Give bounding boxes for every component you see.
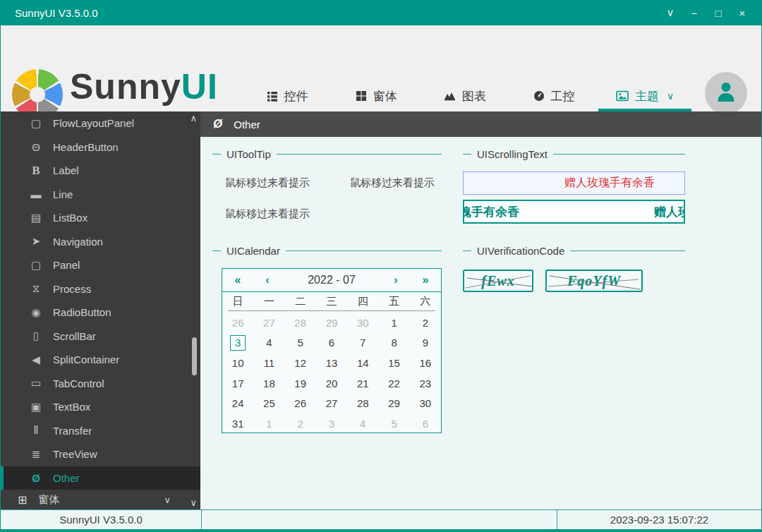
- calendar-day[interactable]: 31: [222, 413, 253, 434]
- calendar-day[interactable]: 10: [222, 353, 253, 373]
- sidebar-item-label: SplitContainer: [53, 353, 119, 365]
- calendar-day[interactable]: 18: [253, 373, 284, 394]
- sidebar-item-flowlayoutpanel[interactable]: ▢FlowLayoutPanel: [1, 111, 200, 135]
- sidebar-item-navigation[interactable]: ➤Navigation: [1, 230, 200, 254]
- prev-month-icon[interactable]: ‹: [253, 274, 282, 286]
- calendar-day[interactable]: 19: [285, 373, 316, 394]
- calendar-day[interactable]: 15: [378, 353, 409, 373]
- calendar-day[interactable]: 25: [253, 393, 284, 413]
- calendar-day[interactable]: 5: [285, 333, 316, 353]
- calendar-day[interactable]: 26: [285, 393, 316, 413]
- calendar-day[interactable]: 27: [253, 313, 284, 333]
- calendar-weekday: 五: [378, 295, 409, 308]
- calendar-day[interactable]: 16: [410, 353, 441, 373]
- sidebar-item-label: ListBox: [53, 212, 87, 224]
- sidebar-footer-forms[interactable]: ⊞ 窗体 ∨: [1, 490, 200, 509]
- flow-layout-panel-icon: ▢: [29, 117, 43, 130]
- calendar-day[interactable]: 13: [316, 353, 347, 373]
- close-icon[interactable]: ×: [733, 4, 751, 22]
- calendar-day[interactable]: 9: [410, 333, 441, 353]
- sidebar-item-label: TreeView: [53, 448, 97, 460]
- calendar-day[interactable]: 12: [285, 353, 316, 373]
- tab-forms[interactable]: 窗体: [332, 80, 421, 111]
- app-window: SunnyUI V3.5.0.0 ∨ − □ × SunnyUI 控件 窗体: [0, 0, 762, 532]
- captcha-noise-lines: [547, 271, 643, 292]
- sidebar-item-transfer[interactable]: ⅡTransfer: [1, 419, 200, 443]
- sidebar-item-textbox[interactable]: ▣TextBox: [1, 395, 200, 419]
- tooltip-label-3[interactable]: 鼠标移过来看提示: [225, 207, 310, 221]
- title-bar[interactable]: SunnyUI V3.5.0.0 ∨ − □ ×: [1, 0, 761, 25]
- calendar-day[interactable]: 8: [378, 333, 409, 353]
- scroll-up-icon[interactable]: ∧: [190, 113, 197, 123]
- sidebar-item-splitcontainer[interactable]: ◀SplitContainer: [1, 348, 200, 372]
- calendar-day[interactable]: 2: [410, 313, 441, 333]
- calendar-day[interactable]: 23: [410, 373, 441, 394]
- calendar-day[interactable]: 7: [347, 333, 378, 353]
- maximize-icon[interactable]: □: [709, 4, 727, 22]
- sidebar-item-label[interactable]: BLabel: [1, 159, 200, 183]
- tab-control-icon: ▭: [29, 377, 43, 389]
- avatar[interactable]: [705, 72, 747, 114]
- calendar-day[interactable]: 22: [378, 373, 409, 394]
- calendar-day[interactable]: 28: [285, 313, 316, 333]
- windows-icon: ⊞: [18, 493, 27, 507]
- sidebar-item-label: Navigation: [53, 236, 103, 248]
- image-icon: [616, 90, 629, 102]
- calendar-day[interactable]: 11: [253, 353, 284, 373]
- verification-code-2[interactable]: FqoYfW: [545, 270, 643, 292]
- sidebar-item-listbox[interactable]: ▤ListBox: [1, 206, 200, 230]
- calendar-day[interactable]: 24: [222, 393, 253, 413]
- calendar-day[interactable]: 17: [222, 373, 253, 394]
- next-month-icon[interactable]: ›: [382, 274, 410, 286]
- sidebar-item-treeview[interactable]: ≣TreeView: [1, 442, 200, 466]
- calendar-day[interactable]: 4: [253, 333, 284, 353]
- calendar-day[interactable]: 5: [378, 413, 409, 434]
- prev-year-icon[interactable]: «: [222, 274, 253, 286]
- calendar-day[interactable]: 21: [347, 373, 378, 394]
- tooltip-label-1[interactable]: 鼠标移过来看提示: [225, 176, 310, 190]
- calendar-day[interactable]: 20: [316, 373, 347, 394]
- slashed-circle-icon: Ø: [29, 472, 43, 484]
- treeview-icon: ≣: [29, 448, 43, 461]
- tooltip-label-2[interactable]: 鼠标移过来看提示: [350, 176, 435, 190]
- sidebar-item-panel[interactable]: ▢Panel: [1, 253, 200, 277]
- calendar-day[interactable]: 3: [316, 413, 347, 434]
- calendar-day[interactable]: 26: [222, 313, 253, 333]
- calendar-day[interactable]: 29: [378, 393, 409, 413]
- sidebar-item-tabcontrol[interactable]: ▭TabControl: [1, 372, 200, 396]
- calendar-day[interactable]: 1: [378, 313, 409, 333]
- sidebar-item-headerbutton[interactable]: ΘHeaderButton: [1, 135, 200, 159]
- chevron-down-icon[interactable]: ∨: [661, 4, 679, 22]
- sidebar-item-other[interactable]: ØOther: [1, 466, 200, 490]
- verification-code-1[interactable]: fEwx: [463, 270, 533, 292]
- calendar-day[interactable]: 3: [222, 333, 253, 353]
- scrollbar-thumb[interactable]: [192, 337, 197, 375]
- sidebar-item-scrollbar[interactable]: ▯ScrollBar: [1, 325, 200, 349]
- calendar-day[interactable]: 27: [316, 393, 347, 413]
- tab-controls[interactable]: 控件: [243, 80, 332, 111]
- tab-industrial[interactable]: 工控: [509, 80, 598, 111]
- calendar-day[interactable]: 30: [410, 393, 441, 413]
- calendar-day[interactable]: 14: [347, 353, 378, 373]
- calendar-day[interactable]: 1: [253, 413, 284, 434]
- calendar-day[interactable]: 4: [347, 413, 378, 434]
- calendar-day[interactable]: 30: [347, 313, 378, 333]
- tab-theme[interactable]: 主题 ∨: [598, 80, 691, 111]
- calendar-day[interactable]: 6: [410, 413, 441, 434]
- tab-charts[interactable]: 图表: [421, 80, 509, 111]
- minimize-icon[interactable]: −: [685, 4, 703, 22]
- calendar-weekday: 六: [410, 295, 441, 308]
- calendar-day[interactable]: 2: [285, 413, 316, 434]
- next-year-icon[interactable]: »: [410, 274, 441, 286]
- calendar-day[interactable]: 6: [316, 333, 347, 353]
- sidebar-item-process[interactable]: ⧖Process: [1, 277, 200, 301]
- chart-icon: [444, 90, 456, 102]
- calendar-day[interactable]: 28: [347, 393, 378, 413]
- calendar: « ‹ 2022 - 07 › » 日一二三四五六 26272829301234…: [222, 268, 442, 433]
- sidebar-item-line[interactable]: ▬Line: [1, 183, 200, 207]
- radio-button-icon: ◉: [29, 306, 43, 319]
- tab-label: 窗体: [373, 88, 397, 104]
- status-middle: [202, 510, 557, 529]
- sidebar-item-radiobutton[interactable]: ◉RadioButton: [1, 301, 200, 325]
- calendar-day[interactable]: 29: [316, 313, 347, 333]
